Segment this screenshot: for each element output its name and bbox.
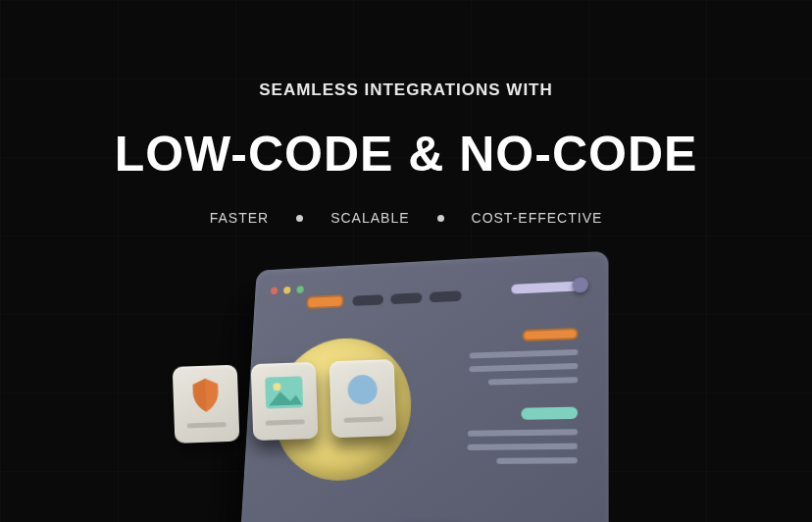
content-line-icon <box>496 457 578 464</box>
svg-point-3 <box>347 375 378 405</box>
separator-dot-icon <box>296 215 303 222</box>
traffic-green-icon <box>296 286 304 293</box>
content-line-icon <box>469 363 578 372</box>
content-line-icon <box>468 429 578 437</box>
traffic-red-icon <box>271 287 278 295</box>
card-row <box>173 359 397 444</box>
card-line-icon <box>187 422 227 428</box>
card-shield <box>173 365 240 444</box>
shield-icon <box>185 375 226 415</box>
separator-dot-icon <box>437 215 444 222</box>
hero-illustration <box>195 245 617 522</box>
content-line-icon <box>467 444 577 450</box>
content-line-icon <box>488 377 578 385</box>
card-line-icon <box>266 419 305 425</box>
slider-knob-icon <box>573 277 588 292</box>
traffic-yellow-icon <box>283 287 290 294</box>
tag-row: FASTER SCALABLE COST-EFFECTIVE <box>0 210 812 226</box>
eyebrow-text: SEAMLESS INTEGRATIONS WITH <box>0 80 812 100</box>
card-circle <box>330 359 397 438</box>
toolbar-pill-icon <box>390 292 422 304</box>
image-icon <box>264 372 304 412</box>
content-line-icon <box>470 349 579 359</box>
toolbar-pill-icon <box>352 294 383 306</box>
tag-cost-effective: COST-EFFECTIVE <box>472 210 603 226</box>
slider-track-icon <box>511 282 580 294</box>
circle-icon <box>342 370 382 410</box>
content-pill-icon <box>521 407 578 420</box>
window-traffic-lights-icon <box>271 286 304 294</box>
tag-scalable: SCALABLE <box>330 210 409 226</box>
card-line-icon <box>344 416 383 422</box>
content-pill-icon <box>523 328 579 341</box>
toolbar-pill-icon <box>306 294 344 309</box>
headline-text: LOW-CODE & NO-CODE <box>0 126 812 183</box>
toolbar-pill-icon <box>430 290 462 302</box>
card-image <box>251 362 319 441</box>
hero-section: SEAMLESS INTEGRATIONS WITH LOW-CODE & NO… <box>0 0 812 226</box>
tag-faster: FASTER <box>210 210 269 226</box>
